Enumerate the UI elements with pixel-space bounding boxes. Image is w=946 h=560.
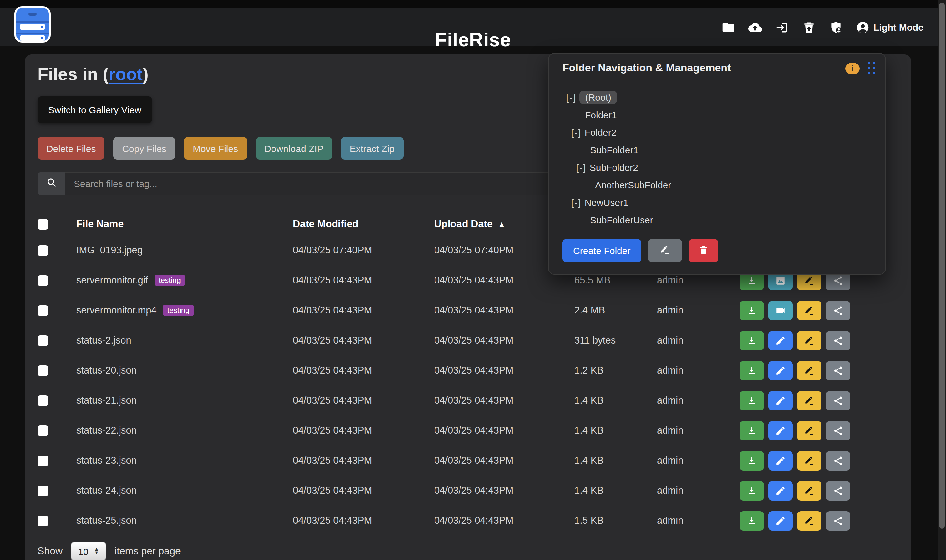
filerise-logo[interactable] bbox=[14, 6, 51, 43]
tree-collapse-toggle[interactable]: [-] bbox=[571, 197, 581, 208]
rename-tag-button[interactable] bbox=[797, 511, 821, 530]
download-file-button[interactable] bbox=[740, 391, 764, 410]
uploader: admin bbox=[657, 425, 740, 436]
tree-collapse-toggle[interactable]: [-] bbox=[566, 92, 577, 102]
edit-file-button[interactable] bbox=[768, 391, 793, 410]
file-size: 1.5 KB bbox=[574, 515, 657, 526]
edit-icon bbox=[775, 395, 786, 406]
edit-file-button[interactable] bbox=[768, 451, 793, 470]
folder-tree-item-anothersubfolder[interactable]: AnotherSubFolder bbox=[549, 176, 885, 193]
folder-icon[interactable] bbox=[721, 20, 735, 34]
rename-tag-button[interactable] bbox=[797, 331, 821, 350]
edit-file-button[interactable] bbox=[768, 481, 793, 500]
row-checkbox[interactable] bbox=[37, 455, 48, 466]
delete-files-button[interactable]: Delete Files bbox=[37, 137, 105, 160]
row-checkbox[interactable] bbox=[37, 515, 48, 526]
delete-folder-button[interactable] bbox=[689, 239, 718, 262]
row-checkbox[interactable] bbox=[37, 365, 48, 376]
info-icon[interactable]: i bbox=[845, 62, 860, 74]
items-per-page-select[interactable]: 10 ▲▼ bbox=[71, 542, 106, 560]
file-name: status-2.json bbox=[76, 335, 131, 346]
download-file-button[interactable] bbox=[740, 421, 764, 440]
items-per-page-label: items per page bbox=[114, 546, 181, 557]
switch-gallery-view-button[interactable]: Switch to Gallery View bbox=[37, 96, 152, 123]
share-icon bbox=[833, 515, 843, 526]
row-checkbox[interactable] bbox=[37, 395, 48, 406]
folder-tree-item-subfolder1[interactable]: SubFolder1 bbox=[549, 141, 885, 158]
file-name: IMG_0193.jpeg bbox=[76, 245, 143, 256]
share-file-button[interactable] bbox=[826, 421, 850, 440]
share-file-button[interactable] bbox=[826, 451, 850, 470]
download-file-button[interactable] bbox=[740, 511, 764, 530]
folder-tree-item-newuser1[interactable]: [-]NewUser1 bbox=[549, 193, 885, 211]
logo-bar bbox=[20, 35, 45, 41]
create-folder-button[interactable]: Create Folder bbox=[563, 239, 641, 262]
root-folder-link[interactable]: root bbox=[109, 65, 143, 84]
scrollbar-thumb[interactable] bbox=[939, 3, 945, 529]
row-checkbox[interactable] bbox=[37, 245, 48, 255]
rename-tag-button[interactable] bbox=[797, 421, 821, 440]
share-file-button[interactable] bbox=[826, 301, 850, 320]
download-file-button[interactable] bbox=[740, 301, 764, 320]
row-checkbox[interactable] bbox=[37, 275, 48, 286]
row-checkbox[interactable] bbox=[37, 305, 48, 316]
tree-collapse-toggle[interactable]: [-] bbox=[571, 127, 581, 137]
rename-tag-button[interactable] bbox=[797, 391, 821, 410]
drag-handle-icon[interactable] bbox=[868, 62, 875, 74]
share-icon bbox=[833, 455, 843, 466]
edit-file-button[interactable] bbox=[768, 421, 793, 440]
download-file-button[interactable] bbox=[740, 331, 764, 350]
uploader: admin bbox=[657, 455, 740, 466]
download-file-button[interactable] bbox=[740, 361, 764, 380]
folder-tree-item-folder2[interactable]: [-]Folder2 bbox=[549, 123, 885, 141]
column-header-date-modified[interactable]: Date Modified bbox=[293, 218, 434, 230]
shield-user-icon[interactable] bbox=[829, 20, 843, 34]
folder-tree-item-root[interactable]: [-](Root) bbox=[549, 88, 885, 106]
uploader: admin bbox=[657, 485, 740, 496]
account-icon[interactable] bbox=[856, 20, 870, 34]
share-file-button[interactable] bbox=[826, 511, 850, 530]
row-checkbox[interactable] bbox=[37, 335, 48, 346]
share-file-button[interactable] bbox=[826, 481, 850, 500]
share-file-button[interactable] bbox=[826, 331, 850, 350]
copy-files-button[interactable]: Copy Files bbox=[113, 137, 175, 160]
tree-collapse-toggle[interactable]: [-] bbox=[576, 162, 586, 172]
rename-tag-button[interactable] bbox=[797, 481, 821, 500]
column-header-file-name[interactable]: File Name bbox=[76, 218, 293, 230]
extract-zip-button[interactable]: Extract Zip bbox=[341, 137, 403, 160]
move-files-button[interactable]: Move Files bbox=[184, 137, 247, 160]
edit-file-button[interactable] bbox=[768, 361, 793, 380]
rename-folder-button[interactable] bbox=[648, 239, 681, 262]
search-input[interactable] bbox=[65, 172, 588, 195]
rename-tag-button[interactable] bbox=[797, 361, 821, 380]
share-icon bbox=[833, 275, 843, 286]
rename-tag-button[interactable] bbox=[797, 451, 821, 470]
cloud-upload-icon[interactable] bbox=[748, 20, 762, 34]
trash-restore-icon[interactable] bbox=[802, 20, 816, 34]
row-checkbox[interactable] bbox=[37, 425, 48, 436]
upload-date: 04/03/25 04:43PM bbox=[434, 395, 574, 406]
select-all-checkbox[interactable] bbox=[37, 219, 48, 229]
rename-tag-button[interactable] bbox=[797, 301, 821, 320]
share-icon bbox=[833, 305, 843, 316]
share-file-button[interactable] bbox=[826, 391, 850, 410]
edit-file-button[interactable] bbox=[768, 511, 793, 530]
preview-video-button[interactable] bbox=[768, 301, 793, 320]
share-file-button[interactable] bbox=[826, 361, 850, 380]
download-file-button[interactable] bbox=[740, 451, 764, 470]
exit-icon[interactable] bbox=[775, 20, 789, 34]
download-file-button[interactable] bbox=[740, 481, 764, 500]
date-modified: 04/03/25 04:43PM bbox=[293, 275, 434, 286]
folder-tree-item-subfolder2[interactable]: [-]SubFolder2 bbox=[549, 158, 885, 176]
share-icon bbox=[833, 425, 843, 436]
light-mode-toggle[interactable]: Light Mode bbox=[874, 8, 946, 46]
row-checkbox[interactable] bbox=[37, 485, 48, 496]
file-size: 1.4 KB bbox=[574, 455, 657, 466]
page-title-prefix: Files in ( bbox=[37, 65, 109, 84]
folder-tree-item-folder1[interactable]: Folder1 bbox=[549, 106, 885, 123]
share-icon bbox=[833, 335, 843, 346]
uploader: admin bbox=[657, 515, 740, 526]
folder-tree-item-subfolderuser[interactable]: SubFolderUser bbox=[549, 211, 885, 228]
edit-file-button[interactable] bbox=[768, 331, 793, 350]
download-zip-button[interactable]: Download ZIP bbox=[255, 137, 332, 160]
